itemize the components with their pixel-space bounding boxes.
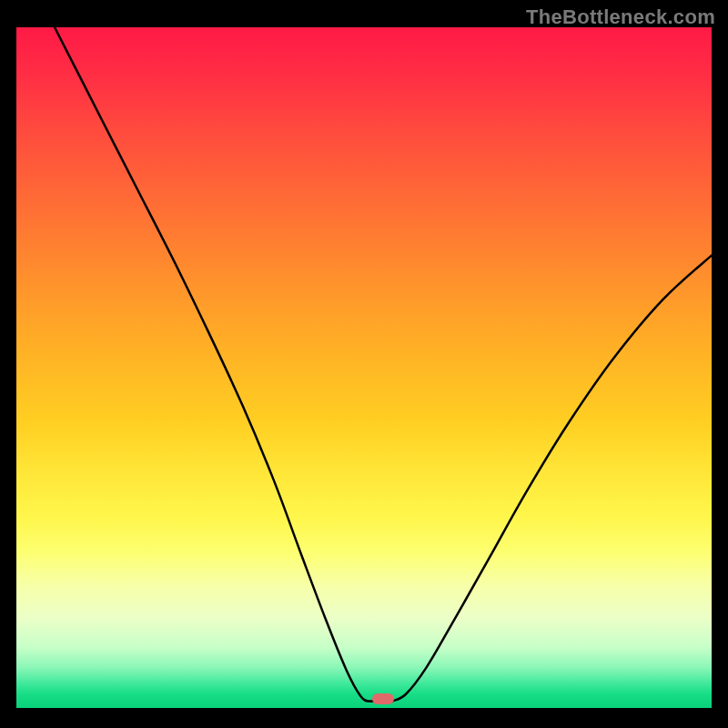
bottleneck-curve bbox=[16, 27, 712, 708]
bottleneck-curve-path bbox=[55, 27, 712, 702]
watermark-text: TheBottleneck.com bbox=[526, 5, 715, 29]
plot-area bbox=[16, 27, 712, 708]
chart-stage: TheBottleneck.com bbox=[0, 0, 728, 728]
optimal-marker bbox=[372, 693, 394, 704]
